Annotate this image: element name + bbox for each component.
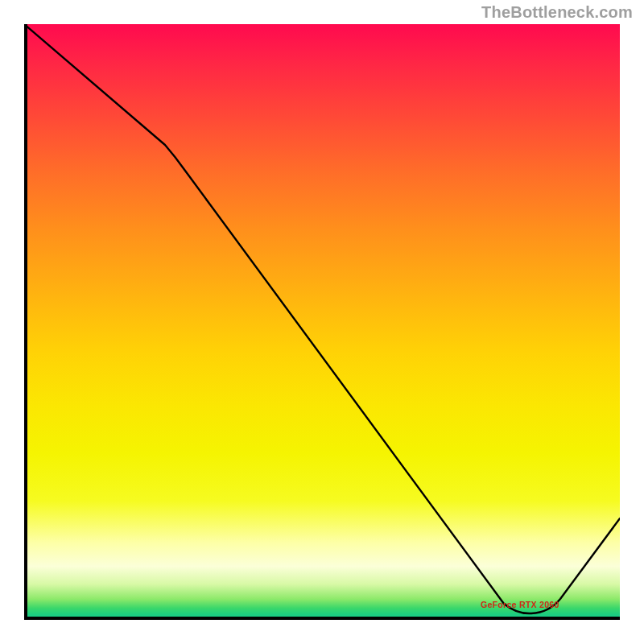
series-label: GeForce RTX 2060 <box>481 600 559 609</box>
bottleneck-curve <box>24 24 620 620</box>
watermark-text: TheBottleneck.com <box>481 3 633 22</box>
chart-container: TheBottleneck.com GeForce RTX 2060 <box>0 0 644 644</box>
plot-area: GeForce RTX 2060 <box>24 24 620 620</box>
